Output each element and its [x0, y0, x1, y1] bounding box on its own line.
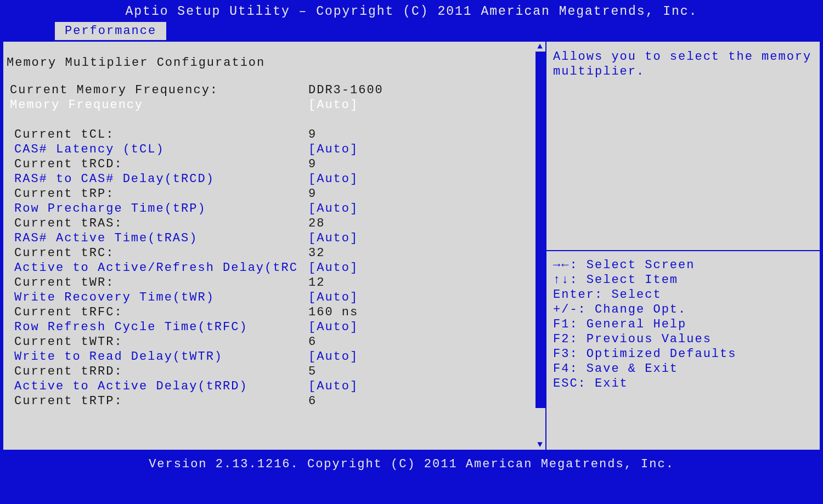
setting-value: 32: [308, 246, 325, 261]
setting-label: Write to Read Delay(tWTR): [7, 349, 308, 364]
setting-label: Current tRRD:: [7, 364, 308, 379]
setting-row: Current tRP:9: [7, 186, 540, 201]
legend-line: F4: Save & Exit: [553, 361, 814, 376]
setting-label: Active to Active Delay(tRRD): [7, 379, 308, 394]
legend-line: +/-: Change Opt.: [553, 302, 814, 317]
setting-value[interactable]: [Auto]: [308, 142, 358, 157]
setting-value[interactable]: [Auto]: [308, 261, 358, 275]
legend-line: F1: General Help: [553, 317, 814, 332]
setting-value: 9: [308, 157, 317, 172]
legend-line: ↑↓: Select Item: [553, 273, 814, 287]
setting-label: Row Precharge Time(tRP): [7, 201, 308, 216]
help-text: Allows you to select the memory multipli…: [553, 49, 814, 247]
settings-panel: Memory Multiplier Configuration Current …: [3, 42, 545, 450]
scroll-down-icon[interactable]: ▼: [535, 440, 545, 450]
setting-value: 28: [308, 216, 325, 231]
setting-row: Current tRTP:6: [7, 394, 540, 409]
setting-value[interactable]: [Auto]: [308, 290, 358, 305]
setting-row: Current tRCD:9: [7, 157, 540, 172]
setting-label: RAS# to CAS# Delay(tRCD): [7, 172, 308, 186]
setting-label: Current tRC:: [7, 246, 308, 261]
setting-row[interactable]: Row Refresh Cycle Time(tRFC)[Auto]: [7, 320, 540, 335]
setting-row: Current Memory Frequency:DDR3-1600: [7, 83, 540, 98]
setting-label: Current tRCD:: [7, 157, 308, 172]
key-legend: →←: Select Screen↑↓: Select ItemEnter: S…: [553, 258, 814, 391]
setting-label: Current Memory Frequency:: [7, 83, 308, 98]
setting-row[interactable]: Write to Read Delay(tWTR)[Auto]: [7, 349, 540, 364]
setting-value[interactable]: [Auto]: [308, 379, 358, 394]
setting-label: Write Recovery Time(tWR): [7, 290, 308, 305]
setting-row[interactable]: CAS# Latency (tCL)[Auto]: [7, 142, 540, 157]
legend-line: F2: Previous Values: [553, 332, 814, 347]
setting-value[interactable]: [Auto]: [308, 172, 358, 186]
bios-footer: Version 2.13.1216. Copyright (C) 2011 Am…: [0, 453, 823, 475]
setting-row[interactable]: Write Recovery Time(tWR)[Auto]: [7, 290, 540, 305]
setting-value: 12: [308, 275, 325, 290]
setting-row: Current tRC:32: [7, 246, 540, 261]
setting-label: Active to Active/Refresh Delay(tRC: [7, 261, 308, 275]
setting-label: Current tCL:: [7, 127, 308, 142]
help-divider: [546, 250, 820, 251]
setting-label: Current tRP:: [7, 186, 308, 201]
setting-row[interactable]: RAS# to CAS# Delay(tRCD)[Auto]: [7, 172, 540, 186]
legend-line: F3: Optimized Defaults: [553, 347, 814, 361]
help-panel: Allows you to select the memory multipli…: [545, 42, 820, 450]
scroll-up-icon[interactable]: ▲: [535, 42, 545, 52]
setting-value: 6: [308, 394, 317, 409]
setting-value[interactable]: [Auto]: [308, 98, 358, 112]
setting-label: Memory Frequency: [7, 98, 308, 112]
setting-row: Current tRAS:28: [7, 216, 540, 231]
legend-line: Enter: Select: [553, 287, 814, 302]
setting-value: 6: [308, 335, 317, 349]
setting-row[interactable]: Row Precharge Time(tRP)[Auto]: [7, 201, 540, 216]
setting-value[interactable]: [Auto]: [308, 320, 358, 335]
setting-label: Row Refresh Cycle Time(tRFC): [7, 320, 308, 335]
setting-value: 160 ns: [308, 305, 358, 320]
setting-label: Current tRAS:: [7, 216, 308, 231]
bios-body: Memory Multiplier Configuration Current …: [2, 41, 821, 451]
setting-label: CAS# Latency (tCL): [7, 142, 308, 157]
tab-performance[interactable]: Performance: [55, 22, 166, 40]
setting-row[interactable]: RAS# Active Time(tRAS)[Auto]: [7, 231, 540, 246]
legend-line: →←: Select Screen: [553, 258, 814, 273]
setting-value[interactable]: [Auto]: [308, 349, 358, 364]
scrollbar[interactable]: ▲ ▼: [535, 42, 545, 450]
setting-value[interactable]: [Auto]: [308, 231, 358, 246]
section-title: Memory Multiplier Configuration: [7, 53, 540, 83]
scroll-thumb[interactable]: [535, 52, 545, 408]
setting-value[interactable]: [Auto]: [308, 201, 358, 216]
legend-line: ESC: Exit: [553, 376, 814, 391]
setting-label: Current tRTP:: [7, 394, 308, 409]
setting-label: Current tWTR:: [7, 335, 308, 349]
setting-row: Current tCL:9: [7, 127, 540, 142]
setting-row[interactable]: Memory Frequency[Auto]: [7, 98, 540, 112]
setting-label: Current tWR:: [7, 275, 308, 290]
setting-value: 5: [308, 364, 317, 379]
tab-bar: Performance: [0, 22, 823, 41]
setting-row: Current tRRD:5: [7, 364, 540, 379]
setting-row[interactable]: Active to Active/Refresh Delay(tRC[Auto]: [7, 261, 540, 275]
setting-value: DDR3-1600: [308, 83, 384, 98]
bios-header: Aptio Setup Utility – Copyright (C) 2011…: [0, 0, 823, 22]
setting-label: Current tRFC:: [7, 305, 308, 320]
setting-label: RAS# Active Time(tRAS): [7, 231, 308, 246]
setting-row: Current tWTR:6: [7, 335, 540, 349]
setting-row: Current tRFC:160 ns: [7, 305, 540, 320]
setting-value: 9: [308, 186, 317, 201]
setting-row[interactable]: Active to Active Delay(tRRD)[Auto]: [7, 379, 540, 394]
setting-row: Current tWR:12: [7, 275, 540, 290]
setting-value: 9: [308, 127, 317, 142]
